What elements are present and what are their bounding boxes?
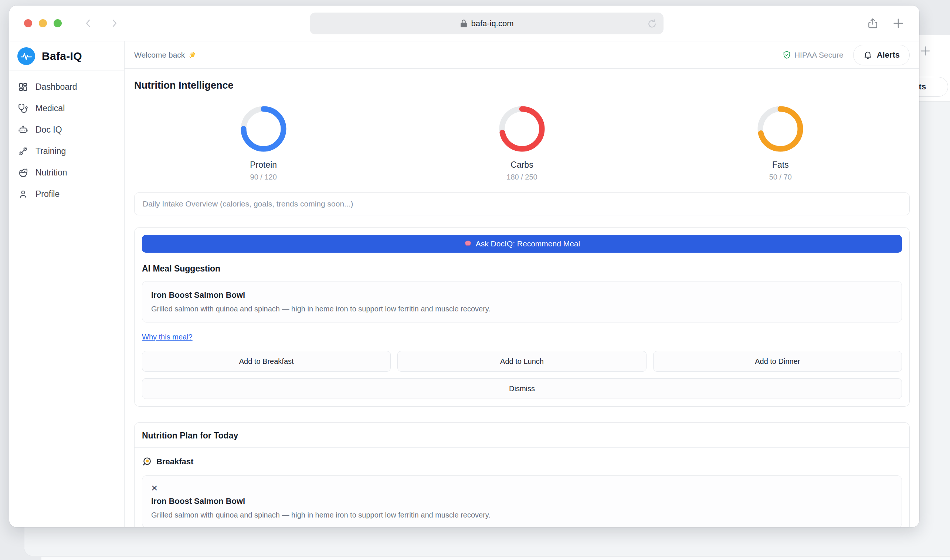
suggested-meal-card: Iron Boost Salmon Bowl Grilled salmon wi… bbox=[142, 281, 902, 323]
macro-donut-row: Protein 90 / 120 Carbs 180 / 250 bbox=[134, 106, 910, 182]
sidebar-item-label: Doc IQ bbox=[35, 125, 62, 135]
nutrition-plan-card: Nutrition Plan for Today Breakfast × I bbox=[134, 422, 910, 527]
sidebar-item-profile[interactable]: Profile bbox=[18, 183, 115, 205]
url-text: bafa-iq.com bbox=[471, 19, 514, 28]
minimize-window-button[interactable] bbox=[39, 19, 47, 27]
ask-dociq-label: Ask DocIQ: Recommend Meal bbox=[476, 239, 580, 248]
address-bar[interactable]: bafa-iq.com bbox=[310, 12, 663, 34]
page-title: Nutrition Intelligence bbox=[134, 80, 910, 91]
meal-action-row: Add to Breakfast Add to Lunch Add to Din… bbox=[142, 351, 902, 372]
ai-suggestion-card: Ask DocIQ: Recommend Meal AI Meal Sugges… bbox=[134, 227, 910, 407]
back-icon[interactable] bbox=[83, 17, 94, 29]
app-layout: Bafa-IQ Dashboard Medical bbox=[9, 42, 919, 527]
macro-label: Protein bbox=[250, 160, 277, 170]
bafa-iq-logo bbox=[17, 47, 35, 65]
macro-value: 50 / 70 bbox=[769, 173, 792, 182]
breakfast-label: Breakfast bbox=[156, 457, 193, 466]
robot-icon bbox=[18, 125, 28, 135]
waving-hand-icon bbox=[188, 51, 197, 60]
welcome-text: Welcome back bbox=[134, 51, 185, 60]
welcome-message: Welcome back bbox=[134, 51, 197, 60]
brand: Bafa-IQ bbox=[9, 42, 124, 71]
remove-meal-icon[interactable]: × bbox=[151, 482, 162, 494]
stethoscope-icon bbox=[18, 103, 28, 114]
salad-icon bbox=[18, 168, 28, 178]
daily-intake-overview-panel: Daily Intake Overview (calories, goals, … bbox=[134, 192, 910, 215]
ask-dociq-button[interactable]: Ask DocIQ: Recommend Meal bbox=[142, 235, 902, 253]
fried-egg-icon bbox=[142, 457, 152, 466]
macro-protein: Protein 90 / 120 bbox=[134, 106, 393, 182]
toolbar-right-icons bbox=[867, 16, 905, 30]
sidebar-item-label: Dashboard bbox=[35, 82, 77, 92]
fats-donut-chart bbox=[757, 106, 803, 152]
ai-meal-suggestion-heading: AI Meal Suggestion bbox=[142, 264, 902, 274]
nutrition-plan-heading: Nutrition Plan for Today bbox=[134, 423, 909, 448]
sidebar-item-dashboard[interactable]: Dashboard bbox=[18, 76, 115, 97]
browser-nav-arrows bbox=[83, 17, 119, 29]
zoom-window-button[interactable] bbox=[54, 19, 62, 27]
main-content: Welcome back bbox=[125, 42, 919, 527]
sidebar-item-label: Profile bbox=[35, 189, 60, 199]
add-to-breakfast-button[interactable]: Add to Breakfast bbox=[142, 351, 391, 372]
macro-value: 180 / 250 bbox=[506, 173, 537, 182]
macro-fats: Fats 50 / 70 bbox=[651, 106, 910, 182]
shield-check-icon bbox=[783, 51, 791, 59]
alerts-label: Alerts bbox=[877, 50, 900, 60]
dismiss-button[interactable]: Dismiss bbox=[142, 378, 902, 399]
dashboard-icon bbox=[18, 82, 28, 92]
sidebar-item-medical[interactable]: Medical bbox=[18, 97, 115, 119]
hipaa-label: HIPAA Secure bbox=[794, 51, 844, 60]
breakfast-section-header: Breakfast bbox=[134, 448, 909, 466]
desktop-background: Alerts bbox=[0, 0, 950, 560]
alerts-button[interactable]: Alerts bbox=[853, 45, 910, 65]
new-tab-icon[interactable] bbox=[892, 17, 905, 29]
sidebar: Bafa-IQ Dashboard Medical bbox=[9, 42, 125, 527]
sidebar-item-nutrition[interactable]: Nutrition bbox=[18, 162, 115, 183]
planned-meal-card: × Iron Boost Salmon Bowl Grilled salmon … bbox=[142, 475, 902, 527]
browser-toolbar: bafa-iq.com bbox=[9, 6, 919, 42]
protein-donut-chart bbox=[241, 106, 287, 152]
traffic-lights bbox=[24, 19, 62, 27]
background-new-tab-icon[interactable] bbox=[919, 45, 931, 57]
browser-window: bafa-iq.com bbox=[9, 6, 919, 527]
carbs-donut-chart bbox=[499, 106, 545, 152]
sidebar-item-label: Medical bbox=[35, 103, 65, 114]
meal-description: Grilled salmon with quinoa and spinach —… bbox=[151, 511, 893, 519]
close-window-button[interactable] bbox=[24, 19, 32, 27]
app-header: Welcome back bbox=[125, 42, 919, 69]
user-icon bbox=[18, 189, 28, 199]
brand-name: Bafa-IQ bbox=[42, 50, 82, 62]
meal-title: Iron Boost Salmon Bowl bbox=[151, 290, 893, 300]
forward-icon[interactable] bbox=[109, 17, 119, 29]
reload-icon[interactable] bbox=[646, 18, 658, 29]
sidebar-item-label: Nutrition bbox=[35, 168, 67, 178]
dumbbell-icon bbox=[18, 146, 28, 156]
macro-carbs: Carbs 180 / 250 bbox=[393, 106, 651, 182]
sidebar-item-dociq[interactable]: Doc IQ bbox=[18, 119, 115, 140]
sidebar-item-training[interactable]: Training bbox=[18, 140, 115, 162]
header-right: HIPAA Secure Alerts bbox=[783, 45, 910, 65]
meal-description: Grilled salmon with quinoa and spinach —… bbox=[151, 305, 893, 313]
add-to-dinner-button[interactable]: Add to Dinner bbox=[653, 351, 902, 372]
ecg-pulse-icon bbox=[17, 47, 35, 65]
add-to-lunch-button[interactable]: Add to Lunch bbox=[397, 351, 646, 372]
hipaa-badge: HIPAA Secure bbox=[783, 51, 844, 60]
share-icon[interactable] bbox=[867, 16, 879, 30]
macro-label: Carbs bbox=[510, 160, 533, 170]
sidebar-nav: Dashboard Medical Doc IQ bbox=[9, 71, 124, 210]
why-this-meal-link[interactable]: Why this meal? bbox=[142, 333, 193, 341]
background-surface bbox=[42, 557, 950, 560]
brain-icon bbox=[464, 240, 472, 248]
sidebar-item-label: Training bbox=[35, 146, 66, 156]
macro-value: 90 / 120 bbox=[250, 173, 277, 182]
page-scroll-area[interactable]: Nutrition Intelligence Protein 90 / 120 bbox=[125, 69, 919, 527]
bell-icon bbox=[863, 50, 872, 60]
macro-label: Fats bbox=[772, 160, 789, 170]
meal-title: Iron Boost Salmon Bowl bbox=[151, 497, 893, 506]
lock-icon bbox=[460, 19, 467, 28]
